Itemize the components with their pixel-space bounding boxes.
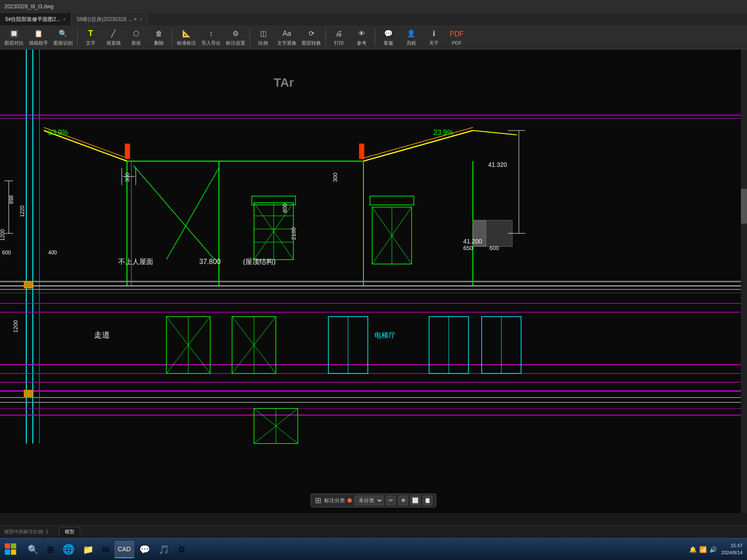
toolbar-layer-convert[interactable]: ⟳ 图层转换	[300, 27, 323, 48]
svg-rect-104	[5, 549, 10, 555]
toolbar-shape-recognize-label: 图形识别	[53, 40, 73, 46]
toolbar-customer-service[interactable]: 💬 客服	[377, 27, 399, 48]
tab-1-label: 5#住院部装修平面图2...	[5, 16, 60, 23]
svg-text:走道: 走道	[94, 331, 110, 339]
svg-text:898: 898	[8, 195, 14, 204]
toolbar-layer-compare-label: 图层对比	[4, 40, 24, 46]
svg-text:41.320: 41.320	[488, 161, 507, 168]
taskbar-cad-label: CAD	[118, 546, 131, 553]
tab-1[interactable]: 5#住院部装修平面图2... ×	[0, 13, 71, 25]
svg-text:300: 300	[124, 173, 130, 182]
toolbar-standard-annotation-label: 标准标注	[177, 40, 196, 46]
toolbar-shape-label: 形状	[131, 40, 141, 46]
svg-rect-78	[24, 282, 33, 288]
toolbar-scale[interactable]: ◫ 比例	[252, 27, 274, 48]
start-button[interactable]	[0, 539, 22, 560]
taskbar-time: 15:47	[721, 542, 743, 549]
toolbar-text-label: 文字	[86, 40, 95, 46]
toolbar-employee[interactable]: 👤 员程	[400, 27, 422, 48]
toolbar-shape-recognize[interactable]: 🔍 图形识别	[51, 27, 75, 48]
toolbar-text[interactable]: T 文字	[80, 27, 102, 48]
cad-viewport[interactable]: 23.9% 23.9% 41.320 41.200 不上人屋面 37.800 (…	[0, 49, 747, 513]
model-tab[interactable]: 模型	[59, 527, 80, 537]
toolbar-import-export[interactable]: ↕ 导入导出	[199, 27, 223, 48]
svg-text:23.9%: 23.9%	[48, 129, 68, 136]
taskbar-app1[interactable]: CAD	[114, 541, 134, 558]
toolbar-annotation-settings[interactable]: ⚙ 标注设置	[224, 27, 247, 48]
toolbar-draw-line-label: 画直线	[106, 40, 121, 46]
toolbar-print-label: 打印	[334, 40, 344, 46]
taskbar-mail[interactable]: ✉	[99, 541, 113, 558]
toolbar-reference[interactable]: 👁 参考	[351, 27, 373, 48]
window-title: 20230328_t8_t3.dwg	[0, 4, 58, 10]
annotation-category-label: 标注分类	[324, 497, 345, 504]
tab-bar: 5#住院部装修平面图2... × 58楼(I息身)20230328 ... × …	[0, 13, 747, 25]
svg-text:(屋顶结构): (屋顶结构)	[243, 258, 276, 265]
taskbar-volume-icon[interactable]: 🔊	[709, 546, 717, 553]
annotation-paste-btn[interactable]: 📋	[423, 496, 433, 505]
taskbar-settings[interactable]: ⚙	[174, 541, 189, 558]
toolbar-layer-convert-label: 图层转换	[302, 40, 321, 46]
toolbar-delete[interactable]: 🗑 删除	[148, 27, 170, 48]
toolbar-pdf[interactable]: PDF PDF	[446, 27, 468, 48]
tab-2-label: 58楼(I息身)20230328 ... ×	[77, 16, 137, 23]
standard-annotation-icon: 📐	[181, 28, 192, 39]
reference-icon: 👁	[356, 28, 367, 39]
annotation-color-dot	[348, 498, 352, 503]
toolbar-annotation-settings-label: 标注设置	[226, 40, 245, 46]
taskbar-edge[interactable]: 🌐	[59, 541, 78, 558]
toolbar-about[interactable]: ℹ 关于	[423, 27, 445, 48]
layer-convert-icon: ⟳	[306, 28, 317, 39]
toolbar-print[interactable]: 🖨 打印	[328, 27, 350, 48]
main-toolbar: 🔲 图层对比 📋 填稿助手 🔍 图形识别 T 文字 ╱ 画直线 ⬡ 形状 🗑 删…	[0, 25, 747, 49]
annotation-move-btn[interactable]: ✥	[398, 496, 408, 505]
svg-text:600: 600	[490, 245, 499, 251]
taskbar-douyin[interactable]: 🎵	[155, 541, 173, 558]
taskbar-notification-icon[interactable]: 🔔	[689, 546, 697, 553]
tab-1-close[interactable]: ×	[63, 17, 66, 22]
annotation-edit-btn[interactable]: ✏	[386, 496, 396, 505]
scrollbar-thumb[interactable]	[741, 189, 747, 224]
vertical-scrollbar[interactable]	[741, 49, 747, 513]
taskbar-wifi-icon[interactable]: 📶	[699, 546, 707, 553]
toolbar-layer-compare[interactable]: 🔲 图层对比	[2, 27, 26, 48]
taskbar-search[interactable]: 🔍	[24, 541, 42, 558]
print-icon: 🖨	[334, 28, 344, 39]
taskbar-clock[interactable]: 15:47 2024/8/14	[721, 542, 743, 556]
taskbar-task-view[interactable]: ⊞	[43, 541, 58, 558]
annotation-copy-btn[interactable]: ⬜	[411, 496, 420, 505]
toolbar-import-export-label: 导入导出	[201, 40, 221, 46]
taskbar-items: 🔍 ⊞ 🌐 📁 ✉ CAD 💬 🎵 ⚙	[22, 541, 685, 558]
shape-icon: ⬡	[131, 28, 141, 39]
annotation-category-select[interactable]: 未分类 结构 建筑 机电	[355, 496, 384, 505]
svg-text:TAr: TAr	[274, 76, 294, 89]
tab-2[interactable]: 58楼(I息身)20230328 ... × ×	[71, 13, 148, 25]
import-export-icon: ↕	[206, 28, 216, 39]
toolbar-text-replace[interactable]: Aa 文字置换	[275, 27, 299, 48]
toolbar-shape[interactable]: ⬡ 形状	[125, 27, 147, 48]
delete-icon: 🗑	[154, 28, 164, 39]
tab-2-close[interactable]: ×	[140, 17, 142, 22]
svg-text:300: 300	[332, 173, 338, 182]
svg-text:650: 650	[463, 245, 473, 251]
svg-rect-13	[359, 144, 364, 159]
title-bar: 20230328_t8_t3.dwg	[0, 0, 747, 13]
svg-text:1220: 1220	[19, 205, 25, 217]
svg-text:23.9%: 23.9%	[433, 129, 453, 136]
toolbar-scale-label: 比例	[258, 40, 268, 46]
text-replace-icon: Aa	[282, 28, 292, 39]
taskbar: 🔍 ⊞ 🌐 📁 ✉ CAD 💬 🎵 ⚙ 🔔 📶 🔊 15:47 2024/8/1…	[0, 538, 747, 560]
svg-text:800: 800	[282, 203, 288, 213]
toolbar-standard-annotation[interactable]: 📐 标准标注	[175, 27, 198, 48]
svg-text:1200: 1200	[0, 229, 6, 241]
toolbar-fill-helper[interactable]: 📋 填稿助手	[27, 27, 50, 48]
taskbar-wechat[interactable]: 💬	[136, 541, 154, 558]
svg-text:1200: 1200	[12, 320, 19, 333]
toolbar-draw-line[interactable]: ╱ 画直线	[102, 27, 124, 48]
sep-5	[375, 28, 375, 46]
about-icon: ℹ	[429, 28, 439, 39]
taskbar-explorer[interactable]: 📁	[79, 541, 97, 558]
sep-1	[77, 28, 78, 46]
draw-line-icon: ╱	[108, 28, 119, 39]
svg-rect-12	[125, 144, 130, 159]
